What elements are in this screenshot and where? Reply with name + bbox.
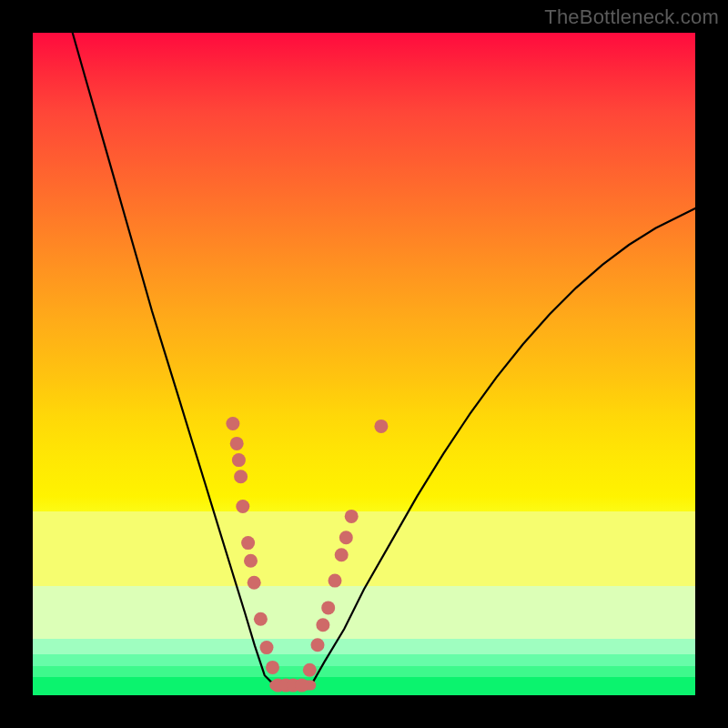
curve-layer xyxy=(33,33,695,695)
right-curve xyxy=(311,208,695,685)
plot-area xyxy=(33,33,695,695)
marker-dot xyxy=(295,679,308,693)
chart-stage: TheBottleneck.com xyxy=(0,0,728,728)
marker-dot xyxy=(266,661,279,674)
left-curve xyxy=(73,33,275,685)
marker-dots xyxy=(226,417,388,693)
watermark-text: TheBottleneck.com xyxy=(544,5,719,29)
marker-dot xyxy=(335,548,349,561)
marker-dot xyxy=(316,618,329,632)
marker-dot xyxy=(374,420,388,433)
marker-dot xyxy=(236,500,249,513)
marker-dot xyxy=(260,641,274,654)
marker-dot xyxy=(321,601,335,614)
marker-dot xyxy=(230,437,244,450)
marker-dot xyxy=(234,470,248,483)
marker-dot xyxy=(241,536,255,550)
marker-dot xyxy=(244,554,258,568)
marker-dot xyxy=(303,663,317,677)
marker-dot xyxy=(254,612,268,626)
marker-dot xyxy=(345,510,359,523)
marker-dot xyxy=(339,531,353,544)
marker-dot xyxy=(311,638,325,652)
marker-dot xyxy=(226,417,239,430)
marker-dot xyxy=(329,574,342,588)
marker-dot xyxy=(248,576,261,590)
curves xyxy=(73,33,695,685)
marker-dot xyxy=(232,453,246,467)
